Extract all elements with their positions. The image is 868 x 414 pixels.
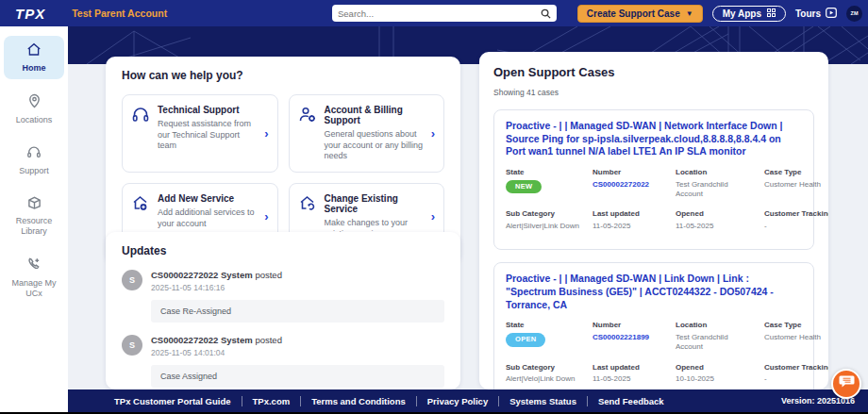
update-author: CS00002272022 System: [151, 270, 253, 280]
footer-link-tpx-com[interactable]: TPx.com: [242, 396, 301, 406]
tours-label: Tours: [795, 8, 821, 19]
case-label-sub-category: Sub Category: [506, 363, 593, 373]
chat-bubble-icon: [839, 374, 855, 393]
case-card[interactable]: Proactive - | | Managed SD-WAN | Network…: [493, 109, 814, 250]
tpx-logo[interactable]: TPX: [15, 6, 45, 22]
sidebar-item-support[interactable]: Support: [4, 139, 64, 182]
tile-technical-support[interactable]: Technical Support Request assistance fro…: [122, 94, 278, 173]
updates-title: Updates: [122, 244, 444, 257]
chevron-right-icon: ›: [431, 126, 435, 141]
case-label-sub-category: Sub Category: [506, 209, 593, 219]
tile-description: Request assistance from our Technical Su…: [158, 119, 257, 152]
sidebar-item-manage-my-ucx[interactable]: Manage My UCx: [4, 250, 64, 305]
tours-button[interactable]: Tours: [795, 8, 837, 20]
my-apps-button[interactable]: My Apps: [712, 6, 786, 22]
cases-panel-title: Open Support Cases: [493, 65, 814, 79]
update-item[interactable]: S CS00002272022 System posted 2025-11-05…: [122, 335, 444, 388]
my-apps-label: My Apps: [723, 8, 761, 19]
home-icon: [26, 43, 42, 59]
sidebar-item-home[interactable]: Home: [4, 36, 64, 79]
case-label-number: Number: [593, 321, 676, 330]
sidebar-item-label: Support: [6, 166, 62, 176]
headset-icon: [131, 106, 150, 127]
case-tracking-id: -: [764, 374, 828, 384]
box-icon: [27, 196, 42, 212]
status-badge: NEW: [506, 180, 542, 194]
footer-link-portal-guide[interactable]: TPx Customer Portal Guide: [104, 396, 242, 406]
case-tracking-id: -: [764, 222, 828, 231]
house-plus-icon: [131, 194, 150, 216]
tile-title: Account & Billing Support: [325, 105, 424, 125]
update-timestamp: 2025-11-05 14:01:04: [151, 348, 444, 357]
case-opened: 11-05-2025: [676, 222, 764, 231]
top-navbar: TPX Test Parent Account Create Support C…: [0, 0, 868, 26]
status-badge: OPEN: [506, 333, 545, 347]
footer: TPx Customer Portal Guide TPx.com Terms …: [68, 389, 868, 412]
update-action: posted: [255, 270, 282, 280]
location-pin-icon: [27, 95, 42, 111]
house-refresh-icon: [298, 194, 317, 216]
user-avatar[interactable]: ZM: [846, 6, 862, 22]
case-label-case-type: Case Type: [764, 321, 828, 330]
tile-title: Add New Service: [158, 193, 257, 204]
case-number-link[interactable]: CS00002272022: [593, 180, 676, 200]
open-support-cases-panel: Open Support Cases Showing 41 cases Proa…: [479, 52, 828, 389]
update-item[interactable]: S CS00002272022 System posted 2025-11-05…: [122, 270, 444, 323]
case-label-tracking: Customer Tracking ID: [764, 363, 828, 373]
footer-link-terms[interactable]: Terms and Conditions: [300, 396, 416, 406]
search-bar[interactable]: [332, 5, 557, 22]
create-support-case-label: Create Support Case: [587, 8, 680, 19]
update-note: Case Assigned: [151, 365, 444, 388]
create-support-case-button[interactable]: Create Support Case ▼: [577, 5, 703, 23]
case-title-link[interactable]: Proactive - | | Managed SD-WAN | Network…: [506, 120, 802, 158]
case-number-link[interactable]: CS00002221899: [593, 333, 676, 353]
case-label-state: State: [506, 168, 593, 177]
case-label-opened: Opened: [676, 363, 764, 373]
search-input[interactable]: [338, 8, 541, 19]
case-label-tracking: Customer Tracking ID: [764, 209, 828, 219]
sidebar-item-label: Home: [6, 63, 62, 74]
case-label-location: Location: [676, 168, 764, 177]
update-note: Case Re-Assigned: [151, 300, 444, 323]
case-label-state: State: [506, 321, 593, 330]
left-sidebar: Home Locations Support Resource Library …: [0, 26, 68, 414]
case-type: Customer Health: [764, 333, 828, 353]
updates-card: Updates S CS00002272022 System posted 20…: [106, 232, 460, 389]
case-card[interactable]: Proactive - | | Managed SD-WAN | Link Do…: [493, 262, 814, 389]
footer-link-systems-status[interactable]: Systems Status: [498, 396, 587, 406]
footer-link-privacy[interactable]: Privacy Policy: [416, 396, 498, 406]
search-icon[interactable]: [541, 8, 551, 19]
tile-title: Technical Support: [158, 105, 257, 115]
sidebar-item-locations[interactable]: Locations: [4, 87, 64, 131]
case-location: Test Grandchild Account: [676, 333, 764, 353]
chat-bubble-button[interactable]: [831, 369, 861, 399]
update-action: posted: [255, 335, 282, 345]
case-opened: 10-10-2025: [676, 374, 764, 384]
sidebar-item-label: Resource Library: [6, 216, 62, 237]
sidebar-item-label: Manage My UCx: [6, 278, 62, 299]
case-label-number: Number: [593, 168, 676, 177]
case-location: Test Grandchild Account: [676, 180, 764, 200]
footer-link-send-feedback[interactable]: Send Feedback: [587, 396, 675, 406]
case-sub-category: Alert|Silver|Link Down: [506, 222, 593, 231]
grid-icon: [767, 8, 776, 19]
case-label-case-type: Case Type: [764, 168, 828, 177]
chevron-right-icon: ›: [264, 126, 268, 141]
tile-account-billing-support[interactable]: Account & Billing Support General questi…: [289, 94, 445, 173]
case-title-link[interactable]: Proactive - | | Managed SD-WAN | Link Do…: [506, 273, 802, 311]
sidebar-item-resource-library[interactable]: Resource Library: [4, 189, 64, 242]
case-label-last-updated: Last updated: [593, 363, 676, 373]
account-name[interactable]: Test Parent Account: [72, 8, 167, 19]
update-author: CS00002272022 System: [151, 335, 253, 345]
caret-down-icon: ▼: [686, 9, 693, 18]
case-label-opened: Opened: [676, 209, 764, 219]
case-last-updated: 11-05-2025: [593, 374, 676, 384]
tile-description: General questions about your account or …: [325, 129, 424, 162]
case-type: Customer Health: [764, 180, 828, 200]
system-avatar: S: [122, 335, 142, 356]
chevron-right-icon: ›: [264, 209, 268, 224]
headset-icon: [26, 146, 42, 162]
tile-title: Change Existing Service: [325, 193, 424, 214]
system-avatar: S: [122, 270, 142, 290]
chevron-right-icon: ›: [431, 209, 435, 224]
